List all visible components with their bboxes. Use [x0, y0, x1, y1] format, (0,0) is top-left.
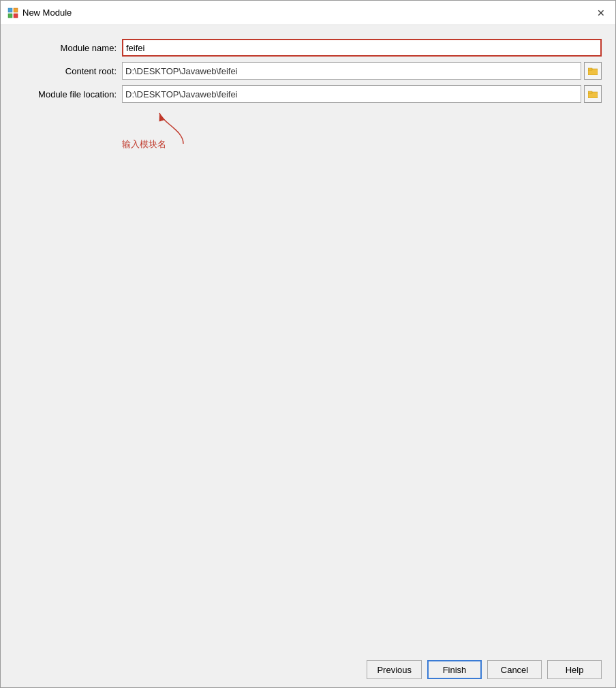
svg-rect-7	[588, 91, 592, 93]
content-root-input[interactable]	[122, 62, 581, 80]
annotation-text: 输入模块名	[122, 138, 166, 151]
new-module-dialog: New Module ✕ Module name: Content root:	[0, 0, 616, 688]
content-root-browse-button[interactable]	[584, 62, 602, 80]
module-file-location-browse-button[interactable]	[584, 85, 602, 103]
svg-rect-3	[14, 14, 18, 18]
folder-icon-2	[588, 90, 598, 98]
dialog-title: New Module	[22, 7, 72, 18]
content-root-input-wrapper	[122, 62, 602, 80]
dialog-footer: Previous Finish Cancel Help	[1, 652, 615, 687]
title-bar: New Module ✕	[1, 1, 615, 25]
module-name-row: Module name:	[14, 39, 602, 57]
close-button[interactable]: ✕	[594, 5, 609, 20]
svg-rect-0	[8, 8, 12, 12]
svg-rect-2	[8, 14, 12, 18]
module-name-label: Module name:	[14, 43, 117, 53]
module-name-input-wrapper	[122, 39, 602, 57]
form-section: Module name: Content root:	[14, 39, 602, 157]
svg-rect-5	[588, 68, 592, 70]
module-icon	[7, 7, 18, 18]
module-file-location-row: Module file location:	[14, 85, 602, 103]
module-file-location-input-wrapper	[122, 85, 602, 103]
cancel-button[interactable]: Cancel	[487, 660, 542, 679]
finish-button[interactable]: Finish	[427, 660, 482, 679]
help-button[interactable]: Help	[547, 660, 602, 679]
title-bar-left: New Module	[7, 7, 72, 18]
dialog-content: Module name: Content root:	[1, 25, 615, 652]
folder-icon	[588, 67, 598, 75]
module-file-location-input[interactable]	[122, 85, 581, 103]
content-root-label: Content root:	[14, 66, 117, 76]
svg-rect-1	[14, 8, 18, 12]
content-root-row: Content root:	[14, 62, 602, 80]
module-file-location-label: Module file location:	[14, 89, 117, 99]
previous-button[interactable]: Previous	[367, 660, 422, 679]
module-name-input[interactable]	[122, 39, 602, 57]
